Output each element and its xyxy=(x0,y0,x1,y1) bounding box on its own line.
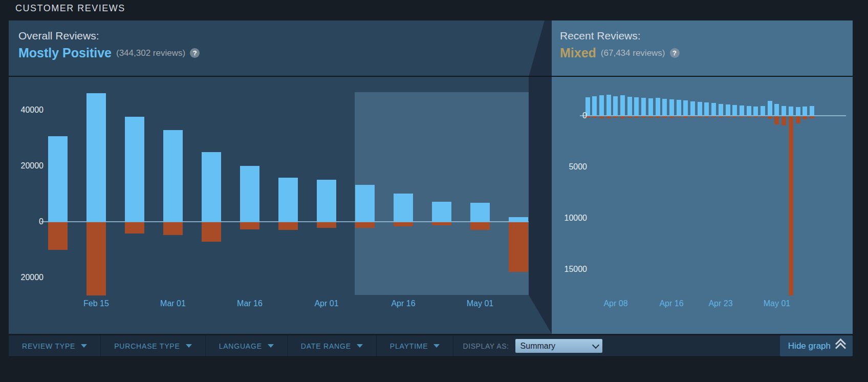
bar-positive xyxy=(796,107,800,116)
x-axis-tick-label: Apr 08 xyxy=(593,299,639,309)
bar-positive xyxy=(125,117,144,222)
bar-positive xyxy=(669,99,674,116)
bar-negative xyxy=(677,116,681,117)
filter-tab-label: PLAYTIME xyxy=(390,342,428,350)
hide-graph-button[interactable]: Hide graph xyxy=(780,335,853,356)
bar-negative xyxy=(719,116,723,117)
bar-positive xyxy=(726,104,730,116)
bar-positive xyxy=(662,99,667,116)
bar-positive xyxy=(810,106,814,116)
x-axis-tick-label: Apr 01 xyxy=(303,299,350,309)
bar-negative xyxy=(48,222,68,250)
bar-positive xyxy=(278,178,298,222)
bar-positive xyxy=(394,194,413,222)
bar-positive xyxy=(782,106,786,116)
filter-tab-language[interactable]: LANGUAGE xyxy=(206,335,288,356)
bar-negative xyxy=(698,116,702,117)
page-title: CUSTOMER REVIEWS xyxy=(15,3,125,14)
bar-positive xyxy=(48,136,68,222)
y-axis-tick-label: 0 xyxy=(8,217,44,227)
chevron-down-icon xyxy=(357,344,363,348)
bar-negative xyxy=(747,116,751,117)
bar-negative xyxy=(690,116,695,117)
bar-positive xyxy=(317,180,336,222)
x-axis-tick-label: Apr 16 xyxy=(380,299,426,309)
filter-tab-label: DATE RANGE xyxy=(301,342,351,350)
bar-positive xyxy=(690,101,695,116)
bar-negative xyxy=(278,222,298,230)
filter-tab-date-range[interactable]: DATE RANGE xyxy=(288,335,377,356)
y-axis-tick-label: 40000 xyxy=(8,105,44,115)
bar-positive xyxy=(355,185,375,222)
bar-positive xyxy=(509,217,528,222)
bar-negative xyxy=(732,116,737,117)
x-axis-tick-label: Feb 15 xyxy=(73,299,119,309)
bar-negative xyxy=(774,116,779,124)
bar-positive xyxy=(627,97,632,116)
filter-tab-label: LANGUAGE xyxy=(219,342,262,350)
bar-negative xyxy=(470,222,490,230)
x-axis-tick-label: May 01 xyxy=(457,299,503,309)
chevron-down-icon xyxy=(268,344,274,348)
filter-tab-label: REVIEW TYPE xyxy=(22,342,75,350)
x-axis-tick-label: May 01 xyxy=(754,299,800,309)
bar-positive xyxy=(620,95,625,116)
display-as-select[interactable]: Summary xyxy=(515,339,602,353)
bar-positive xyxy=(634,97,639,116)
filter-tabs: REVIEW TYPEPURCHASE TYPELANGUAGEDATE RAN… xyxy=(9,335,453,356)
bar-negative xyxy=(163,222,183,235)
bar-negative xyxy=(592,116,597,118)
bar-negative xyxy=(782,116,786,125)
bar-negative xyxy=(86,222,106,295)
bar-positive xyxy=(86,93,106,222)
chevron-down-icon xyxy=(186,344,192,348)
bar-negative xyxy=(125,222,144,234)
filter-bar: REVIEW TYPEPURCHASE TYPELANGUAGEDATE RAN… xyxy=(9,335,853,357)
bar-positive xyxy=(740,105,744,116)
filter-tab-label: PURCHASE TYPE xyxy=(114,342,180,350)
bar-positive xyxy=(761,106,765,116)
bar-positive xyxy=(163,130,183,222)
bar-positive xyxy=(432,202,451,222)
overall-reviews-panel: Overall Reviews: Mostly Positive (344,30… xyxy=(9,20,552,334)
reviews-graph-container: Overall Reviews: Mostly Positive (344,30… xyxy=(9,20,853,334)
bar-negative xyxy=(355,222,375,228)
display-as-label: DISPLAY AS: xyxy=(463,342,509,350)
steam-customer-reviews-section: CUSTOMER REVIEWS Overall Reviews: Mostly… xyxy=(0,0,868,382)
filter-tab-playtime[interactable]: PLAYTIME xyxy=(377,335,454,356)
bar-positive xyxy=(732,105,737,116)
x-axis-tick-label: Mar 01 xyxy=(150,299,196,309)
bar-negative xyxy=(202,222,221,242)
bar-negative xyxy=(606,116,611,118)
chevron-down-icon xyxy=(81,344,87,348)
display-as-group: DISPLAY AS: Summary xyxy=(463,335,602,356)
bar-positive xyxy=(802,107,807,116)
bar-negative xyxy=(669,116,674,118)
bar-positive xyxy=(683,100,688,116)
bar-positive xyxy=(774,104,779,116)
y-axis-tick-label: 15000 xyxy=(551,264,587,274)
header-divider xyxy=(9,76,853,77)
bar-positive xyxy=(613,96,618,116)
filter-tab-review-type[interactable]: REVIEW TYPE xyxy=(9,335,101,356)
x-axis-tick-label: Apr 23 xyxy=(698,299,744,309)
overall-reviews-chart[interactable]: 4000020000020000Feb 15Mar 01Mar 16Apr 01… xyxy=(9,20,552,334)
x-axis-tick-label: Apr 16 xyxy=(648,299,695,309)
bar-positive xyxy=(753,107,758,116)
bar-positive xyxy=(599,95,604,116)
bar-negative xyxy=(317,222,336,228)
recent-reviews-chart[interactable]: 050001000015000Apr 08Apr 16Apr 23May 01 xyxy=(552,20,853,334)
bar-positive xyxy=(656,98,660,116)
bar-positive xyxy=(698,102,702,116)
bar-negative xyxy=(620,116,625,118)
recent-reviews-panel: Recent Reviews: Mixed (67,434 reviews) ?… xyxy=(552,20,853,334)
bar-positive xyxy=(606,95,611,116)
bar-positive xyxy=(641,98,646,116)
bar-positive xyxy=(747,106,751,116)
y-axis-tick-label: 20000 xyxy=(8,272,44,283)
bar-negative xyxy=(740,116,744,117)
bar-negative xyxy=(599,116,604,118)
filter-tab-purchase-type[interactable]: PURCHASE TYPE xyxy=(101,335,205,356)
bar-positive xyxy=(202,152,221,222)
y-axis-tick-label: 20000 xyxy=(8,161,44,171)
